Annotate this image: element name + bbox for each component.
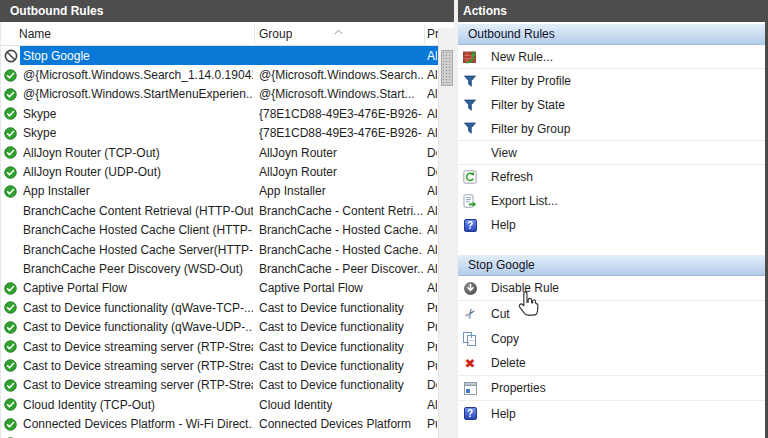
action-item-icon-cell — [462, 122, 478, 135]
cut-scissors-icon: ✂ — [462, 305, 479, 321]
action-item-icon-cell — [462, 332, 478, 346]
action-item-help[interactable]: ?Help — [458, 401, 765, 426]
rule-name: BranchCache Hosted Cache Server(HTTP-... — [23, 243, 253, 257]
outbound-rules-panel: Name Group Profile Stop GoogleAll@{Micro… — [0, 22, 454, 438]
rule-name: @{Microsoft.Windows.StartMenuExperien... — [23, 87, 253, 101]
filter-funnel-icon — [463, 75, 477, 88]
rule-row-content: BranchCache Content Retrieval (HTTP-Out)… — [20, 201, 438, 220]
properties-icon — [464, 382, 477, 395]
rule-group: @{Microsoft.Windows.Start... — [259, 87, 415, 101]
rule-state-icon-cell — [1, 376, 20, 395]
rule-row[interactable]: Captive Portal FlowCaptive Portal FlowAl… — [1, 279, 438, 298]
rule-row[interactable]: BranchCache Content Retrieval (HTTP-Out)… — [1, 201, 438, 220]
rule-row[interactable]: @{Microsoft.Windows.Search_1.14.0.19041.… — [1, 65, 438, 84]
action-item-view[interactable]: View — [458, 141, 765, 165]
rule-row[interactable]: Cast to Device streaming server (RTP-Str… — [1, 356, 438, 375]
rule-name: AllJoyn Router (TCP-Out) — [23, 146, 160, 160]
column-header-group[interactable]: Group — [259, 27, 292, 41]
rule-group: Cast to Device functionality — [259, 320, 404, 334]
rule-row[interactable]: Connected Devices Platform - Wi-Fi Direc… — [1, 414, 438, 433]
scrollbar-thumb[interactable] — [441, 50, 453, 86]
rule-group: App Installer — [259, 184, 326, 198]
action-item-export-list[interactable]: Export List... — [458, 189, 765, 213]
rule-name: Cloud Identity (TCP-Out) — [23, 398, 155, 412]
vertical-scrollbar[interactable] — [438, 28, 454, 438]
rule-name: Stop Google — [23, 49, 90, 63]
rule-row[interactable]: App InstallerApp InstallerAll — [1, 182, 438, 201]
action-item-label: Help — [491, 218, 516, 232]
column-separator[interactable] — [254, 25, 255, 44]
rule-name: Cast to Device streaming server (RTP-Str… — [23, 359, 253, 373]
rule-group: @{Microsoft.Windows.Search... — [259, 68, 423, 82]
rule-row[interactable]: BranchCache Hosted Cache Server(HTTP-...… — [1, 240, 438, 259]
rule-profile: All — [427, 262, 437, 276]
rule-profile: All — [427, 126, 437, 140]
rule-profile: Private — [427, 301, 437, 315]
rule-group: Cast to Device functionality — [259, 340, 404, 354]
column-separator[interactable] — [424, 25, 425, 44]
action-item-label: Properties — [491, 381, 546, 395]
rule-row-selected[interactable]: Stop GoogleAll — [1, 46, 438, 65]
rule-state-icon-cell — [1, 182, 20, 201]
new-rule-icon — [463, 50, 477, 64]
action-section-header-outbound-rules[interactable]: Outbound Rules — [458, 23, 765, 45]
rule-group: BranchCache - Hosted Cache... — [259, 243, 423, 257]
export-list-icon — [463, 194, 477, 208]
rule-state-icon-cell — [1, 201, 20, 220]
allow-rule-icon — [4, 88, 17, 101]
rule-name: BranchCache Peer Discovery (WSD-Out) — [23, 262, 243, 276]
rule-row[interactable]: Cast to Device streaming server (RTP-Str… — [1, 376, 438, 395]
rules-list: Stop GoogleAll@{Microsoft.Windows.Search… — [1, 46, 438, 438]
action-item-filter-by-group[interactable]: Filter by Group — [458, 117, 765, 141]
action-item-new-rule[interactable]: New Rule... — [458, 45, 765, 69]
column-header-row: Name Group Profile — [1, 23, 438, 46]
column-header-profile[interactable]: Profile — [427, 27, 438, 41]
rule-row[interactable]: @{Microsoft.Windows.StartMenuExperien...… — [1, 85, 438, 104]
action-item-cut[interactable]: ✂Cut — [458, 301, 765, 326]
column-header-name[interactable]: Name — [19, 27, 51, 41]
rule-state-icon-cell — [1, 46, 20, 65]
action-item-properties[interactable]: Properties — [458, 376, 765, 401]
action-item-filter-by-state[interactable]: Filter by State — [458, 93, 765, 117]
rule-row-content: Cast to Device streaming server (RTP-Str… — [20, 356, 438, 375]
action-item-icon-cell — [462, 170, 478, 184]
outbound-rules-panel-title: Outbound Rules — [0, 0, 454, 22]
action-item-disable-rule[interactable]: Disable Rule — [458, 276, 765, 301]
rule-row[interactable]: AllJoyn Router (UDP-Out)AllJoyn RouterDo… — [1, 162, 438, 181]
action-item-label: View — [491, 146, 517, 160]
rule-profile: All — [427, 184, 437, 198]
action-item-icon-cell: ? — [462, 407, 478, 420]
rule-name: Connected Devices Platform - Wi-Fi Direc… — [23, 417, 253, 431]
action-item-filter-by-profile[interactable]: Filter by Profile — [458, 69, 765, 93]
rule-group: BranchCache - Content Retri... — [259, 204, 423, 218]
rule-profile: All — [427, 204, 437, 218]
rule-row[interactable]: Skype{78E1CD88-49E3-476E-B926-...All — [1, 124, 438, 143]
rule-row[interactable] — [1, 434, 438, 438]
rule-row-content: Cast to Device streaming server (RTP-Str… — [20, 337, 438, 356]
action-item-delete[interactable]: ✖Delete — [458, 351, 765, 376]
allow-rule-icon — [4, 282, 17, 295]
action-item-help[interactable]: ?Help — [458, 213, 765, 237]
rule-row[interactable]: Cast to Device streaming server (RTP-Str… — [1, 337, 438, 356]
action-item-refresh[interactable]: Refresh — [458, 165, 765, 189]
rule-row[interactable]: BranchCache Peer Discovery (WSD-Out)Bran… — [1, 259, 438, 278]
rule-row[interactable]: BranchCache Hosted Cache Client (HTTP-..… — [1, 221, 438, 240]
rule-row[interactable]: Skype{78E1CD88-49E3-476E-B926-...All — [1, 104, 438, 123]
rule-state-icon-cell — [1, 65, 20, 84]
rule-group: Cast to Device functionality — [259, 359, 404, 373]
allow-rule-icon — [4, 166, 17, 179]
rule-row[interactable]: Cloud Identity (TCP-Out)Cloud IdentityAl… — [1, 395, 438, 414]
rule-profile: Public — [427, 417, 437, 431]
rule-state-icon-cell — [1, 221, 20, 240]
action-item-icon-cell — [462, 75, 478, 88]
rule-row-content: Cast to Device streaming server (RTP-Str… — [20, 376, 438, 395]
allow-rule-icon — [4, 301, 17, 314]
rule-row[interactable]: Cast to Device functionality (qWave-TCP-… — [1, 298, 438, 317]
action-item-label: New Rule... — [491, 50, 553, 64]
rule-row[interactable]: Cast to Device functionality (qWave-UDP-… — [1, 317, 438, 336]
rule-row[interactable]: AllJoyn Router (TCP-Out)AllJoyn RouterDo… — [1, 143, 438, 162]
rule-profile: Domain, Private — [427, 165, 437, 179]
action-section-header-stop-google[interactable]: Stop Google — [458, 254, 765, 276]
rule-row-content: AllJoyn Router (UDP-Out)AllJoyn RouterDo… — [20, 162, 438, 181]
action-item-copy[interactable]: Copy — [458, 326, 765, 351]
